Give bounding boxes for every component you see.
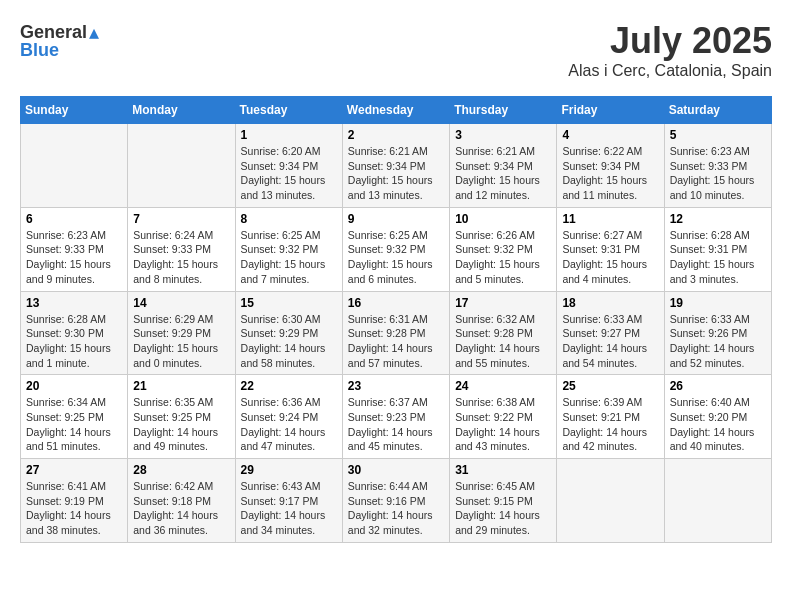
- month-title: July 2025: [568, 20, 772, 62]
- calendar-cell: 2Sunrise: 6:21 AM Sunset: 9:34 PM Daylig…: [342, 124, 449, 208]
- day-info: Sunrise: 6:32 AM Sunset: 9:28 PM Dayligh…: [455, 312, 551, 371]
- logo-graphic: General ▴ Blue: [20, 20, 99, 61]
- day-number: 11: [562, 212, 658, 226]
- day-info: Sunrise: 6:22 AM Sunset: 9:34 PM Dayligh…: [562, 144, 658, 203]
- day-info: Sunrise: 6:28 AM Sunset: 9:30 PM Dayligh…: [26, 312, 122, 371]
- day-info: Sunrise: 6:26 AM Sunset: 9:32 PM Dayligh…: [455, 228, 551, 287]
- day-number: 13: [26, 296, 122, 310]
- day-info: Sunrise: 6:24 AM Sunset: 9:33 PM Dayligh…: [133, 228, 229, 287]
- column-header-thursday: Thursday: [450, 97, 557, 124]
- calendar-cell: 15Sunrise: 6:30 AM Sunset: 9:29 PM Dayli…: [235, 291, 342, 375]
- day-number: 29: [241, 463, 337, 477]
- calendar-cell: 30Sunrise: 6:44 AM Sunset: 9:16 PM Dayli…: [342, 459, 449, 543]
- day-number: 15: [241, 296, 337, 310]
- day-info: Sunrise: 6:30 AM Sunset: 9:29 PM Dayligh…: [241, 312, 337, 371]
- calendar-week-row: 27Sunrise: 6:41 AM Sunset: 9:19 PM Dayli…: [21, 459, 772, 543]
- calendar-cell: 23Sunrise: 6:37 AM Sunset: 9:23 PM Dayli…: [342, 375, 449, 459]
- calendar-week-row: 6Sunrise: 6:23 AM Sunset: 9:33 PM Daylig…: [21, 207, 772, 291]
- calendar-cell: 9Sunrise: 6:25 AM Sunset: 9:32 PM Daylig…: [342, 207, 449, 291]
- day-number: 9: [348, 212, 444, 226]
- day-number: 4: [562, 128, 658, 142]
- day-info: Sunrise: 6:39 AM Sunset: 9:21 PM Dayligh…: [562, 395, 658, 454]
- column-header-saturday: Saturday: [664, 97, 771, 124]
- day-number: 16: [348, 296, 444, 310]
- calendar-cell: 28Sunrise: 6:42 AM Sunset: 9:18 PM Dayli…: [128, 459, 235, 543]
- calendar-cell: 16Sunrise: 6:31 AM Sunset: 9:28 PM Dayli…: [342, 291, 449, 375]
- column-header-tuesday: Tuesday: [235, 97, 342, 124]
- day-info: Sunrise: 6:23 AM Sunset: 9:33 PM Dayligh…: [670, 144, 766, 203]
- calendar-cell: 27Sunrise: 6:41 AM Sunset: 9:19 PM Dayli…: [21, 459, 128, 543]
- logo-text-blue: Blue: [20, 40, 59, 61]
- page-header: General ▴ Blue July 2025 Alas i Cerc, Ca…: [20, 20, 772, 80]
- day-number: 21: [133, 379, 229, 393]
- calendar-cell: 22Sunrise: 6:36 AM Sunset: 9:24 PM Dayli…: [235, 375, 342, 459]
- day-info: Sunrise: 6:36 AM Sunset: 9:24 PM Dayligh…: [241, 395, 337, 454]
- calendar-table: SundayMondayTuesdayWednesdayThursdayFrid…: [20, 96, 772, 543]
- day-number: 17: [455, 296, 551, 310]
- day-number: 18: [562, 296, 658, 310]
- day-info: Sunrise: 6:21 AM Sunset: 9:34 PM Dayligh…: [348, 144, 444, 203]
- calendar-cell: 21Sunrise: 6:35 AM Sunset: 9:25 PM Dayli…: [128, 375, 235, 459]
- day-number: 3: [455, 128, 551, 142]
- calendar-cell: 31Sunrise: 6:45 AM Sunset: 9:15 PM Dayli…: [450, 459, 557, 543]
- calendar-cell: 14Sunrise: 6:29 AM Sunset: 9:29 PM Dayli…: [128, 291, 235, 375]
- calendar-cell: 13Sunrise: 6:28 AM Sunset: 9:30 PM Dayli…: [21, 291, 128, 375]
- day-number: 20: [26, 379, 122, 393]
- calendar-cell: 6Sunrise: 6:23 AM Sunset: 9:33 PM Daylig…: [21, 207, 128, 291]
- calendar-cell: 7Sunrise: 6:24 AM Sunset: 9:33 PM Daylig…: [128, 207, 235, 291]
- day-info: Sunrise: 6:40 AM Sunset: 9:20 PM Dayligh…: [670, 395, 766, 454]
- day-number: 6: [26, 212, 122, 226]
- day-info: Sunrise: 6:44 AM Sunset: 9:16 PM Dayligh…: [348, 479, 444, 538]
- logo-bird-icon: ▴: [89, 20, 99, 44]
- day-number: 30: [348, 463, 444, 477]
- calendar-header-row: SundayMondayTuesdayWednesdayThursdayFrid…: [21, 97, 772, 124]
- calendar-cell: 26Sunrise: 6:40 AM Sunset: 9:20 PM Dayli…: [664, 375, 771, 459]
- calendar-cell: 3Sunrise: 6:21 AM Sunset: 9:34 PM Daylig…: [450, 124, 557, 208]
- day-number: 5: [670, 128, 766, 142]
- day-number: 31: [455, 463, 551, 477]
- day-info: Sunrise: 6:27 AM Sunset: 9:31 PM Dayligh…: [562, 228, 658, 287]
- day-number: 25: [562, 379, 658, 393]
- logo: General ▴ Blue: [20, 20, 99, 61]
- day-info: Sunrise: 6:28 AM Sunset: 9:31 PM Dayligh…: [670, 228, 766, 287]
- day-number: 19: [670, 296, 766, 310]
- calendar-cell: 25Sunrise: 6:39 AM Sunset: 9:21 PM Dayli…: [557, 375, 664, 459]
- day-info: Sunrise: 6:29 AM Sunset: 9:29 PM Dayligh…: [133, 312, 229, 371]
- day-info: Sunrise: 6:33 AM Sunset: 9:26 PM Dayligh…: [670, 312, 766, 371]
- day-info: Sunrise: 6:20 AM Sunset: 9:34 PM Dayligh…: [241, 144, 337, 203]
- day-number: 14: [133, 296, 229, 310]
- location-title: Alas i Cerc, Catalonia, Spain: [568, 62, 772, 80]
- day-info: Sunrise: 6:45 AM Sunset: 9:15 PM Dayligh…: [455, 479, 551, 538]
- day-info: Sunrise: 6:33 AM Sunset: 9:27 PM Dayligh…: [562, 312, 658, 371]
- day-number: 7: [133, 212, 229, 226]
- calendar-cell: 18Sunrise: 6:33 AM Sunset: 9:27 PM Dayli…: [557, 291, 664, 375]
- column-header-sunday: Sunday: [21, 97, 128, 124]
- day-number: 22: [241, 379, 337, 393]
- calendar-week-row: 20Sunrise: 6:34 AM Sunset: 9:25 PM Dayli…: [21, 375, 772, 459]
- calendar-cell: 8Sunrise: 6:25 AM Sunset: 9:32 PM Daylig…: [235, 207, 342, 291]
- calendar-cell: 29Sunrise: 6:43 AM Sunset: 9:17 PM Dayli…: [235, 459, 342, 543]
- calendar-cell: 5Sunrise: 6:23 AM Sunset: 9:33 PM Daylig…: [664, 124, 771, 208]
- day-info: Sunrise: 6:31 AM Sunset: 9:28 PM Dayligh…: [348, 312, 444, 371]
- calendar-cell: [21, 124, 128, 208]
- calendar-week-row: 13Sunrise: 6:28 AM Sunset: 9:30 PM Dayli…: [21, 291, 772, 375]
- column-header-friday: Friday: [557, 97, 664, 124]
- day-info: Sunrise: 6:21 AM Sunset: 9:34 PM Dayligh…: [455, 144, 551, 203]
- title-block: July 2025 Alas i Cerc, Catalonia, Spain: [568, 20, 772, 80]
- day-info: Sunrise: 6:38 AM Sunset: 9:22 PM Dayligh…: [455, 395, 551, 454]
- calendar-cell: 24Sunrise: 6:38 AM Sunset: 9:22 PM Dayli…: [450, 375, 557, 459]
- day-info: Sunrise: 6:25 AM Sunset: 9:32 PM Dayligh…: [241, 228, 337, 287]
- day-info: Sunrise: 6:41 AM Sunset: 9:19 PM Dayligh…: [26, 479, 122, 538]
- day-info: Sunrise: 6:43 AM Sunset: 9:17 PM Dayligh…: [241, 479, 337, 538]
- calendar-cell: 17Sunrise: 6:32 AM Sunset: 9:28 PM Dayli…: [450, 291, 557, 375]
- calendar-week-row: 1Sunrise: 6:20 AM Sunset: 9:34 PM Daylig…: [21, 124, 772, 208]
- day-info: Sunrise: 6:42 AM Sunset: 9:18 PM Dayligh…: [133, 479, 229, 538]
- calendar-cell: [128, 124, 235, 208]
- calendar-cell: 1Sunrise: 6:20 AM Sunset: 9:34 PM Daylig…: [235, 124, 342, 208]
- calendar-cell: 20Sunrise: 6:34 AM Sunset: 9:25 PM Dayli…: [21, 375, 128, 459]
- day-info: Sunrise: 6:25 AM Sunset: 9:32 PM Dayligh…: [348, 228, 444, 287]
- day-info: Sunrise: 6:23 AM Sunset: 9:33 PM Dayligh…: [26, 228, 122, 287]
- day-number: 12: [670, 212, 766, 226]
- day-number: 26: [670, 379, 766, 393]
- calendar-cell: [664, 459, 771, 543]
